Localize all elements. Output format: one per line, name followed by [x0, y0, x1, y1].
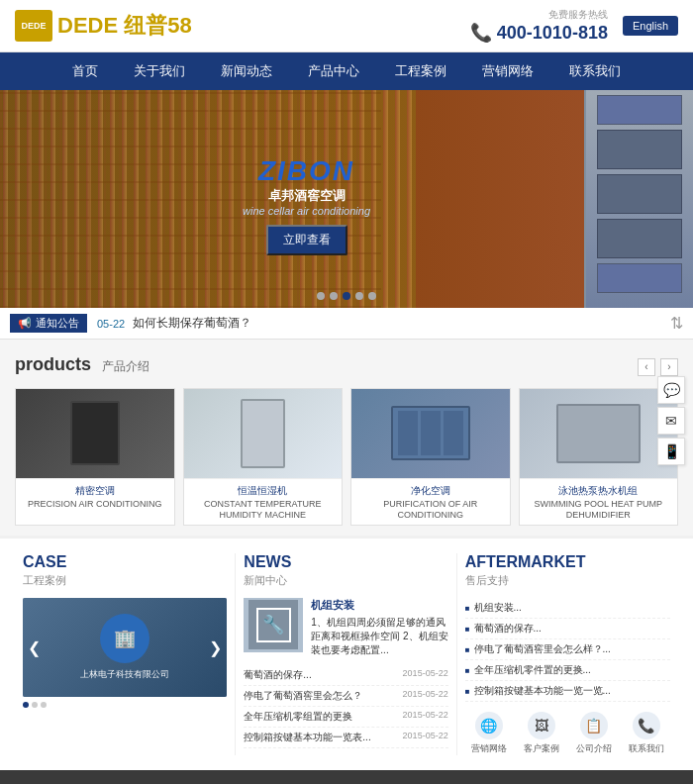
banner-dot-3[interactable]	[343, 292, 350, 300]
hotline: 免费服务热线 📞 400-1010-818	[470, 8, 608, 44]
banner-text-overlay: ZIBON 卓邦酒窖空调 wine cellar air conditionin…	[243, 155, 370, 255]
nav-about[interactable]: 关于我们	[116, 52, 203, 90]
product-name-2: 恒温恒湿机 CONSTANT TEMPERATURE HUMIDITY MACH…	[184, 478, 343, 525]
news-list: 葡萄酒的保存... 2015-05-22 停电了葡萄酒窖里会怎么？ 2015-0…	[244, 665, 447, 748]
contact-icon: 📞	[633, 712, 660, 739]
product-card-2[interactable]: 恒温恒湿机 CONSTANT TEMPERATURE HUMIDITY MACH…	[183, 388, 344, 526]
logo-text: DEDE 纽普58	[57, 11, 192, 41]
case-dot-2[interactable]	[32, 702, 38, 708]
nav-network[interactable]: 营销网络	[464, 52, 551, 90]
news-title-cn: 新闻中心	[244, 573, 447, 588]
expand-icon[interactable]: ⇅	[670, 314, 683, 333]
aftermarket-item-2[interactable]: 葡萄酒的保存...	[465, 619, 670, 639]
case-dots-nav	[23, 702, 227, 708]
aftermarket-title-cn: 售后支持	[465, 573, 670, 588]
products-title-en: products	[15, 354, 91, 374]
aftermarket-item-4[interactable]: 全年压缩机零件置的更换...	[465, 660, 670, 681]
next-button[interactable]: ›	[660, 358, 678, 376]
hotline-number: 📞 400-1010-818	[470, 22, 608, 44]
news-main-item[interactable]: 🔧 机组安装 1、机组四周必须留足够的通风距离和视框操作空间 2、机组安装也要考…	[244, 598, 447, 657]
speaker-icon: 📢	[18, 317, 32, 330]
banner-dot-5[interactable]	[368, 292, 376, 300]
banner-dot-2[interactable]	[330, 292, 338, 300]
products-title-cn: 产品介绍	[102, 359, 149, 373]
banner-title: ZIBON	[243, 155, 370, 187]
banner-dot-1[interactable]	[317, 292, 325, 300]
case-company-name: 上林电子科技有限公司	[80, 668, 169, 681]
aftermarket-list: 机组安装... 葡萄酒的保存... 停电了葡萄酒窖里会怎么样？... 全年压缩机…	[465, 598, 670, 702]
hotline-label: 免费服务热线	[470, 8, 608, 22]
network-icon: 🌐	[475, 712, 503, 739]
product-image-2	[184, 389, 343, 478]
banner-subtitle-en: wine cellar air conditioning	[243, 205, 370, 217]
email-side-button[interactable]: ✉	[657, 407, 685, 435]
nav-cases[interactable]: 工程案例	[377, 52, 464, 90]
product-image-1	[16, 389, 174, 478]
phone-side-button[interactable]: 📱	[657, 438, 685, 465]
nav-products[interactable]: 产品中心	[290, 52, 377, 90]
case-next-arrow[interactable]: ❯	[209, 637, 222, 656]
aftermarket-section: AFTERMARKET 售后支持 机组安装... 葡萄酒的保存... 停电了葡萄…	[457, 553, 678, 755]
aftermarket-icon-cases[interactable]: 🖼 客户案例	[518, 712, 565, 755]
banner: ZIBON 卓邦酒窖空调 wine cellar air conditionin…	[0, 90, 693, 308]
news-link-1[interactable]: 葡萄酒的保存...	[244, 668, 397, 682]
news-title-en: NEWS	[244, 553, 447, 571]
banner-dot-4[interactable]	[355, 292, 363, 300]
case-image[interactable]: 🏢 上林电子科技有限公司 ❮ ❯	[23, 598, 227, 697]
notice-bar: 📢 通知公告 05-22 如何长期保存葡萄酒？ ⇅	[0, 308, 693, 340]
products-header: products 产品介绍 ‹ ›	[15, 354, 678, 376]
product-image-3	[351, 389, 510, 478]
aftermarket-icon-company[interactable]: 📋 公司介绍	[570, 712, 618, 755]
product-card-4[interactable]: 泳池热泵热水机组 SWIMMING POOL HEAT PUMP DEHUMID…	[519, 388, 679, 526]
aftermarket-item-3[interactable]: 停电了葡萄酒窖里会怎么样？...	[465, 639, 670, 660]
logo-area: DEDE DEDE 纽普58	[15, 10, 192, 42]
nav-news[interactable]: 新闻动态	[203, 52, 290, 90]
product-name-3: 净化空调 PURIFICATION OF AIR CONDITIONING	[351, 478, 510, 525]
aftermarket-icon-network[interactable]: 🌐 营销网络	[465, 712, 513, 755]
product-name-1: 精密空调 PRECISION AIR CONDITIONING	[16, 478, 174, 514]
header-right: 免费服务热线 📞 400-1010-818 English	[470, 8, 678, 44]
product-card-1[interactable]: 精密空调 PRECISION AIR CONDITIONING	[15, 388, 175, 526]
news-date-1: 2015-05-22	[403, 668, 448, 682]
news-main-content: 机组安装 1、机组四周必须留足够的通风距离和视框操作空间 2、机组安装也要考虑配…	[311, 598, 447, 657]
banner-cta-button[interactable]: 立即查看	[266, 225, 347, 255]
case-title-en: CASE	[23, 553, 227, 571]
product-grid: 精密空调 PRECISION AIR CONDITIONING 恒温恒湿机 CO…	[15, 388, 678, 526]
ac-unit-image	[584, 90, 693, 308]
case-dot-3[interactable]	[41, 702, 47, 708]
nav-home[interactable]: 首页	[54, 52, 116, 90]
aftermarket-item-1[interactable]: 机组安装...	[465, 598, 670, 619]
language-button[interactable]: English	[623, 16, 678, 36]
news-main-title: 机组安装	[311, 598, 447, 613]
news-item-4[interactable]: 控制箱按键基本功能一览表... 2015-05-22	[244, 728, 447, 748]
news-item-3[interactable]: 全年压缩机零组置的更换 2015-05-22	[244, 707, 447, 728]
news-link-4[interactable]: 控制箱按键基本功能一览表...	[244, 731, 397, 744]
notice-text: 如何长期保存葡萄酒？	[133, 315, 670, 332]
product-card-3[interactable]: 净化空调 PURIFICATION OF AIR CONDITIONING	[350, 388, 511, 526]
aftermarket-item-5[interactable]: 控制箱按键基本功能一览一览...	[465, 681, 670, 702]
phone-icon: 📞	[470, 23, 497, 43]
footer: 关于我们 公司简介 企业文化 质量认证 企业荣誉 新闻动态 企业新闻 行业新闻 …	[0, 770, 693, 784]
banner-dots	[317, 292, 376, 300]
case-prev-arrow[interactable]: ❮	[28, 637, 41, 656]
news-link-2[interactable]: 停电了葡萄酒窖里会怎么？	[244, 689, 397, 703]
header: DEDE DEDE 纽普58 免费服务热线 📞 400-1010-818 Eng…	[0, 0, 693, 52]
case-section: CASE 工程案例 🏢 上林电子科技有限公司 ❮ ❯	[15, 553, 236, 755]
three-column-section: CASE 工程案例 🏢 上林电子科技有限公司 ❮ ❯ NEWS 新闻中心 🔧	[0, 536, 693, 770]
news-main-image: 🔧	[244, 598, 303, 652]
products-title: products 产品介绍	[15, 354, 149, 375]
news-item-2[interactable]: 停电了葡萄酒窖里会怎么？ 2015-05-22	[244, 686, 447, 707]
prev-button[interactable]: ‹	[638, 358, 655, 376]
product-name-4: 泳池热泵热水机组 SWIMMING POOL HEAT PUMP DEHUMID…	[520, 478, 678, 525]
news-item-1[interactable]: 葡萄酒的保存... 2015-05-22	[244, 665, 447, 686]
nav-contact[interactable]: 联系我们	[551, 52, 639, 90]
side-buttons: 💬 ✉ 📱	[657, 376, 685, 465]
case-dot-1[interactable]	[23, 702, 29, 708]
banner-subtitle-cn: 卓邦酒窖空调	[243, 187, 370, 205]
aftermarket-icon-contact[interactable]: 📞 联系我们	[623, 712, 670, 755]
qq-side-button[interactable]: 💬	[657, 376, 685, 404]
news-link-3[interactable]: 全年压缩机零组置的更换	[244, 710, 397, 724]
news-date-3: 2015-05-22	[403, 710, 448, 724]
notice-tag: 📢 通知公告	[10, 314, 87, 333]
news-date-4: 2015-05-22	[403, 731, 448, 744]
